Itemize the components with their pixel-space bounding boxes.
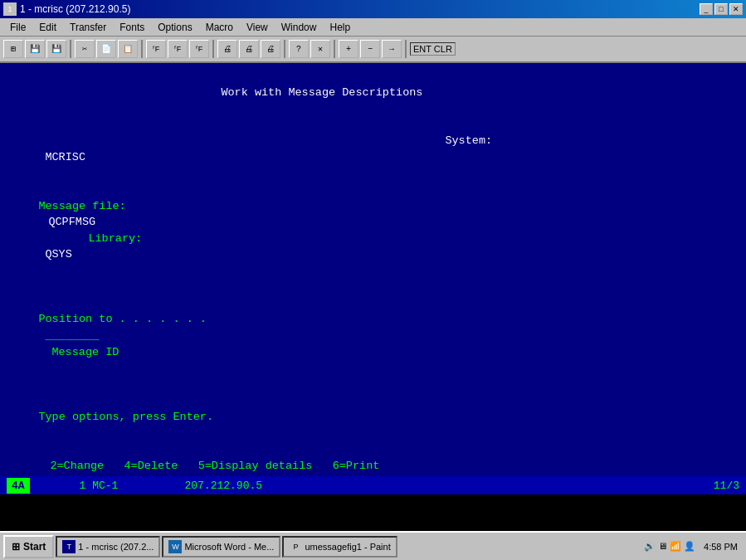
toolbar-btn-3[interactable]: 💾 — [46, 40, 66, 58]
toolbar-btn-cut[interactable]: ✂ — [75, 40, 95, 58]
toolbar-btn-copy[interactable]: 📄 — [96, 40, 116, 58]
taskbar-label-2: umessagefig1 - Paint — [305, 542, 390, 552]
menu-file[interactable]: File — [3, 20, 32, 35]
msgfile-label: Message file: — [38, 200, 125, 212]
taskbar-item-1[interactable]: W Microsoft Word - Me... — [162, 536, 280, 558]
toolbar: ⊞ 💾 💾 ✂ 📄 📋 ᶠF ᶠF ᶠF 🖨 🖨 🖨 ? ✕ + − → ENT… — [0, 37, 746, 63]
toolbar-btn-paste[interactable]: 📋 — [118, 40, 138, 58]
terminal: Work with Message Descriptions System: M… — [0, 63, 746, 476]
library-label: Library: — [88, 232, 142, 245]
terminal-msgfile-line: Message file: QCPFMSG Library: QSYS — [12, 182, 734, 279]
taskbar-icon-0: T — [62, 540, 76, 553]
toolbar-btn-print1[interactable]: 🖨 — [217, 40, 237, 58]
toolbar-sep-6 — [405, 40, 407, 58]
menu-view[interactable]: View — [240, 20, 275, 35]
toolbar-btn-help[interactable]: ? — [289, 40, 309, 58]
toolbar-btn-print2[interactable]: 🖨 — [239, 40, 259, 58]
taskbar-label-1: Microsoft Word - Me... — [184, 542, 274, 552]
taskbar-item-0[interactable]: T 1 - mcrisc (207.2... — [56, 536, 160, 558]
status-right: 11/3 — [714, 480, 739, 492]
close-button[interactable]: ✕ — [729, 3, 743, 15]
terminal-title-line: Work with Message Descriptions — [12, 68, 734, 117]
app-icon: 1 — [3, 2, 17, 16]
window-title: 1 - mcrisc (207.212.90.5) — [20, 3, 130, 15]
status-center-left: 1 MC-1 — [80, 480, 119, 492]
toolbar-btn-font2[interactable]: ᶠF — [168, 40, 188, 58]
terminal-blank-2 — [12, 377, 734, 393]
system-label: System: — [445, 134, 492, 147]
toolbar-btn-x[interactable]: ✕ — [310, 40, 330, 58]
toolbar-btn-print3[interactable]: 🖨 — [261, 40, 280, 58]
terminal-type-options: Type options, press Enter. — [12, 392, 734, 441]
start-label: Start — [23, 541, 46, 553]
terminal-position-line: Position to . . . . . . . ________ Messa… — [12, 295, 734, 377]
terminal-blank-1 — [12, 279, 734, 295]
toolbar-btn-font3[interactable]: ᶠF — [189, 40, 209, 58]
status-center: 207.212.90.5 — [184, 480, 262, 492]
toolbar-ent[interactable]: ENT CLR — [410, 42, 456, 56]
taskbar: ⊞ Start T 1 - mcrisc (207.2... W Microso… — [0, 531, 746, 560]
menu-window[interactable]: Window — [275, 20, 324, 35]
screen-title: Work with Message Descriptions — [221, 86, 422, 99]
toolbar-sep-2 — [141, 40, 143, 58]
menu-transfer[interactable]: Transfer — [63, 20, 113, 35]
menu-help[interactable]: Help — [323, 20, 357, 35]
menu-bar: File Edit Transfer Fonts Options Macro V… — [0, 18, 746, 37]
terminal-options-hint: 2=Change 4=Delete 5=Display details 6=Pr… — [12, 441, 734, 476]
start-button[interactable]: ⊞ Start — [3, 535, 54, 558]
terminal-system-line: System: MCRISC — [12, 117, 734, 182]
taskbar-label-0: 1 - mcrisc (207.2... — [78, 542, 154, 552]
menu-edit[interactable]: Edit — [32, 20, 63, 35]
maximize-button[interactable]: □ — [714, 3, 728, 15]
type-options-text: Type options, press Enter. — [38, 411, 213, 423]
title-bar-left: 1 1 - mcrisc (207.212.90.5) — [3, 2, 130, 16]
library-value: QSYS — [45, 248, 71, 261]
toolbar-sep-1 — [70, 40, 71, 58]
taskbar-item-2[interactable]: P umessagefig1 - Paint — [282, 536, 397, 558]
menu-options[interactable]: Options — [151, 20, 198, 35]
tray-icons: 🔊 🖥 📶 👤 — [644, 541, 695, 552]
toolbar-btn-minus[interactable]: − — [360, 40, 380, 58]
minimize-button[interactable]: _ — [700, 3, 713, 15]
system-tray: 🔊 🖥 📶 👤 4:58 PM — [644, 540, 743, 553]
status-bar: 4A 1 MC-1 207.212.90.5 11/3 — [0, 476, 746, 494]
msgfile-value: QCPFMSG — [48, 216, 95, 228]
toolbar-btn-2[interactable]: 💾 — [25, 40, 45, 58]
menu-macro[interactable]: Macro — [199, 20, 240, 35]
title-bar-buttons: _ □ ✕ — [700, 3, 743, 15]
toolbar-btn-arrow[interactable]: → — [382, 40, 402, 58]
position-suffix: Message ID — [51, 346, 119, 358]
taskbar-icon-1: W — [168, 540, 182, 553]
toolbar-btn-plus[interactable]: + — [339, 40, 358, 58]
tray-time: 4:58 PM — [699, 540, 743, 553]
position-label: Position to . . . . . . . — [38, 313, 207, 325]
toolbar-btn-1[interactable]: ⊞ — [3, 40, 23, 58]
start-icon: ⊞ — [12, 541, 20, 553]
taskbar-icon-2: P — [289, 540, 302, 553]
toolbar-btn-font1[interactable]: ᶠF — [146, 40, 166, 58]
toolbar-sep-5 — [334, 40, 335, 58]
menu-fonts[interactable]: Fonts — [113, 20, 151, 35]
system-value: MCRISC — [45, 151, 85, 163]
toolbar-sep-4 — [284, 40, 285, 58]
status-left: 4A — [7, 478, 30, 494]
title-bar: 1 1 - mcrisc (207.212.90.5) _ □ ✕ — [0, 0, 746, 18]
options-hint: 2=Change 4=Delete 5=Display details 6=Pr… — [50, 460, 379, 472]
toolbar-sep-3 — [212, 40, 214, 58]
